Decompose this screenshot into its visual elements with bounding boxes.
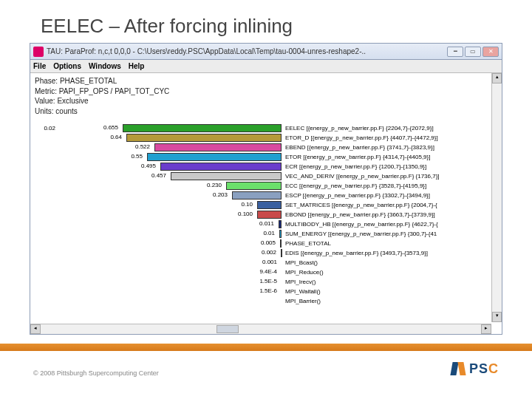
- bar-value-label: 0.01: [247, 230, 275, 236]
- bar-description: VEC_AND_DERIV [{energy_p_new_barrier.pp.…: [285, 173, 499, 180]
- bar-description: ESCP [{energy_p_new_barrier.pp.F} {3302,…: [285, 192, 499, 199]
- bar-description: SUM_ENERGY [{energy_p_new_barrier.pp.F} …: [285, 231, 499, 237]
- bar-description: SET_MATRICES [{energy_p_new_barrier.pp.F…: [285, 202, 499, 208]
- profile-bar[interactable]: [280, 239, 282, 248]
- logo-mark-icon: [450, 361, 466, 377]
- profile-row[interactable]: MPI_Barrier(): [30, 296, 502, 306]
- bar-value-label: 0.001: [249, 259, 277, 265]
- profile-bar[interactable]: [171, 172, 282, 180]
- profile-bar[interactable]: [279, 230, 282, 238]
- bar-value-label: 9.4E-4: [249, 268, 277, 275]
- minimize-button[interactable]: ━: [447, 47, 463, 57]
- bar-value-label: 0.457: [138, 172, 166, 179]
- scroll-track-h[interactable]: [41, 324, 481, 334]
- profile-row[interactable]: 0.10SET_MATRICES [{energy_p_new_barrier.…: [30, 200, 502, 210]
- menu-windows[interactable]: Windows: [89, 62, 121, 70]
- profile-row[interactable]: 9.4E-4MPI_Reduce(): [30, 267, 502, 277]
- profile-row[interactable]: 1.5E-6MPI_Waitall(): [30, 287, 502, 296]
- profile-bar[interactable]: [160, 163, 282, 171]
- footer-accent-bar: [0, 344, 532, 351]
- profile-row[interactable]: 0.100EBOND [{energy_p_new_barrier.pp.F} …: [30, 210, 502, 219]
- scroll-thumb[interactable]: [216, 325, 239, 333]
- bar-description: ECR [{energy_p_new_barrier.pp.F} {1200,7…: [285, 163, 499, 170]
- scroll-left-icon[interactable]: ◂: [30, 324, 41, 334]
- meta-phase: Phase: PHASE_ETOTAL: [35, 76, 497, 86]
- profile-row[interactable]: 0.655EELEC [{energy_p_new_barrier.pp.F} …: [30, 123, 502, 133]
- profile-bar[interactable]: [226, 182, 282, 190]
- close-button[interactable]: ✕: [482, 47, 499, 57]
- bar-value-label: 0.10: [225, 201, 253, 208]
- profile-row[interactable]: 0.64ETOR_D [{energy_p_new_barrier.pp.F} …: [30, 133, 502, 143]
- meta-units: Units: counts: [35, 106, 497, 117]
- menu-help[interactable]: Help: [129, 62, 145, 70]
- bar-value-label: 1.5E-5: [249, 278, 277, 284]
- profile-row[interactable]: 0.001MPI_Bcast(): [30, 258, 502, 267]
- profile-row[interactable]: 0.495ECR [{energy_p_new_barrier.pp.F} {1…: [30, 162, 502, 171]
- bar-value-label: 0.55: [115, 153, 143, 160]
- profile-row[interactable]: 0.522EBEND [{energy_p_new_barrier.pp.F} …: [30, 143, 502, 152]
- bar-value-label: 0.64: [94, 134, 122, 140]
- bar-value-label: 0.655: [90, 124, 118, 131]
- bar-value-label: 0.203: [200, 191, 228, 198]
- meta-value: Value: Exclusive: [35, 96, 497, 106]
- profile-row[interactable]: 0.457VEC_AND_DERIV [{energy_p_new_barrie…: [30, 171, 502, 181]
- bar-value-label: 0.230: [194, 182, 222, 188]
- profile-row[interactable]: 0.002EDIS [{energy_p_new_barrier.pp.F} {…: [30, 248, 502, 258]
- profile-row[interactable]: 0.005PHASE_ETOTAL: [30, 239, 502, 248]
- logo-text: PSC: [469, 361, 499, 377]
- profile-bar[interactable]: [154, 143, 282, 151]
- profile-row[interactable]: 0.55ETOR [{energy_p_new_barrier.pp.F} {4…: [30, 152, 502, 162]
- maximize-button[interactable]: ▭: [465, 47, 481, 57]
- bar-description: MPI_Bcast(): [285, 259, 499, 266]
- bar-description: EBEND [{energy_p_new_barrier.pp.F} {3741…: [285, 144, 499, 151]
- bar-description: EELEC [{energy_p_new_barrier.pp.F} {2204…: [285, 125, 499, 132]
- scroll-up-icon[interactable]: ▴: [492, 73, 502, 83]
- metadata-block: Phase: PHASE_ETOTAL Metric: PAPI_FP_OPS …: [30, 73, 502, 119]
- bar-description: MPI_Irecv(): [285, 279, 499, 285]
- menu-options[interactable]: Options: [53, 62, 81, 70]
- profile-row[interactable]: 0.230ECC [{energy_p_new_barrier.pp.F} {3…: [30, 181, 502, 191]
- bar-value-label: 0.005: [248, 239, 276, 246]
- app-icon: [33, 47, 44, 57]
- menu-file[interactable]: File: [33, 62, 46, 70]
- profile-bar[interactable]: [257, 211, 282, 219]
- profile-bar[interactable]: [147, 153, 282, 161]
- scroll-track[interactable]: [492, 83, 502, 312]
- bar-description: MPI_Barrier(): [285, 298, 499, 304]
- profile-row[interactable]: 0.203ESCP [{energy_p_new_barrier.pp.F} {…: [30, 191, 502, 200]
- profile-row[interactable]: 0.01SUM_ENERGY [{energy_p_new_barrier.pp…: [30, 229, 502, 239]
- profile-bar[interactable]: [279, 220, 282, 228]
- window-title: TAU: ParaProf: n,c,t 0,0,0 - C:\Users\re…: [47, 47, 447, 55]
- profile-row[interactable]: 1.5E-5MPI_Irecv(): [30, 277, 502, 287]
- bar-value-label: 0.495: [128, 163, 156, 169]
- app-window: TAU: ParaProf: n,c,t 0,0,0 - C:\Users\re…: [30, 43, 502, 335]
- bar-description: EBOND [{energy_p_new_barrier.pp.F} {3663…: [285, 211, 499, 218]
- meta-metric: Metric: PAPI_FP_OPS / PAPI_TOT_CYC: [35, 86, 497, 97]
- profile-bar[interactable]: [123, 124, 282, 132]
- bar-description: PHASE_ETOTAL: [285, 240, 499, 247]
- bar-description: MPI_Waitall(): [285, 288, 499, 295]
- profile-bar[interactable]: [281, 249, 282, 257]
- copyright-text: © 2008 Pittsburgh Supercomputing Center: [33, 369, 159, 377]
- scroll-right-icon[interactable]: ▸: [481, 324, 491, 334]
- slide-title: EELEC – After forcing inlining: [41, 15, 293, 38]
- bar-description: MULTIBODY_HB [{energy_p_new_barrier.pp.F…: [285, 221, 499, 228]
- profile-bar[interactable]: [232, 191, 282, 200]
- bar-value-label: 0.002: [248, 249, 276, 256]
- window-buttons: ━ ▭ ✕: [447, 47, 499, 57]
- menu-bar: File Options Windows Help: [30, 60, 502, 73]
- scroll-down-icon[interactable]: ▾: [492, 312, 502, 322]
- bar-description: ETOR [{energy_p_new_barrier.pp.F} {4314,…: [285, 154, 499, 160]
- profile-bar[interactable]: [126, 134, 282, 142]
- horizontal-scrollbar[interactable]: ◂ ▸: [30, 324, 491, 334]
- bar-description: ECC [{energy_p_new_barrier.pp.F} {3528,7…: [285, 183, 499, 189]
- title-bar[interactable]: TAU: ParaProf: n,c,t 0,0,0 - C:\Users\re…: [30, 44, 502, 60]
- bar-description: EDIS [{energy_p_new_barrier.pp.F} {3493,…: [285, 250, 499, 256]
- profile-bar[interactable]: [257, 201, 282, 209]
- profile-row[interactable]: 0.011MULTIBODY_HB [{energy_p_new_barrier…: [30, 219, 502, 229]
- bar-value-label: 0.100: [225, 211, 253, 217]
- psc-logo: PSC: [450, 361, 499, 377]
- vertical-scrollbar[interactable]: ▴ ▾: [491, 73, 502, 322]
- bar-description: ETOR_D [{energy_p_new_barrier.pp.F} {440…: [285, 134, 499, 141]
- profile-chart: 0.02 0.655EELEC [{energy_p_new_barrier.p…: [30, 119, 502, 317]
